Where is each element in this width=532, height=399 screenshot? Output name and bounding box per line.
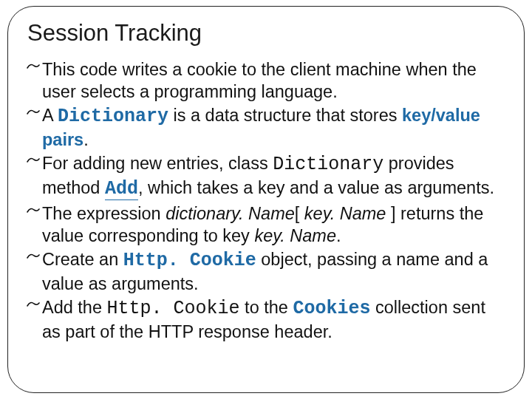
text-run: Add the xyxy=(42,298,107,317)
slide-title: Session Tracking xyxy=(27,20,506,47)
dictionary-code: Dictionary xyxy=(273,154,383,175)
bullet-icon xyxy=(26,104,41,126)
expr-keyname: key. Name xyxy=(254,226,336,245)
bullet-text: Add the Http. Cookie to the Cookies coll… xyxy=(42,296,506,343)
bullet-item: A Dictionary is a data structure that st… xyxy=(26,104,506,151)
bullet-text: The expression dictionary. Name[ key. Na… xyxy=(42,202,506,247)
expr-keyname: key. Name xyxy=(304,204,386,223)
text-run: [ xyxy=(295,204,304,223)
httpcookie-code: Cookie xyxy=(190,250,256,271)
bullet-icon xyxy=(26,58,41,80)
bullet-text: Create an Http. Cookie object, passing a… xyxy=(42,248,506,295)
bullet-item: This code writes a cookie to the client … xyxy=(26,58,506,103)
text-run: . xyxy=(83,130,89,149)
httpcookie-code: Http. xyxy=(107,298,174,319)
text-run: , which takes a key and a value as argum… xyxy=(138,178,494,197)
text-run: . xyxy=(336,226,341,245)
text-run: For adding new entries, class xyxy=(42,154,273,173)
text-run: is a data structure that stores xyxy=(168,106,402,125)
bullet-icon xyxy=(26,202,41,224)
bullet-item: Create an Http. Cookie object, passing a… xyxy=(26,248,506,295)
bullet-text: For adding new entries, class Dictionary… xyxy=(42,152,506,201)
text-run: This code writes a cookie to the client … xyxy=(42,60,477,101)
cookies-collection: Cookies xyxy=(293,298,370,319)
bullet-item: Add the Http. Cookie to the Cookies coll… xyxy=(26,296,506,343)
bullet-item: The expression dictionary. Name[ key. Na… xyxy=(26,202,506,247)
add-method: Add xyxy=(105,178,138,200)
bullet-icon xyxy=(26,152,41,174)
text-run: to the xyxy=(240,298,293,317)
expr-dictionaryname: dictionary. Name xyxy=(166,204,295,223)
bullet-icon xyxy=(26,248,41,270)
bullet-icon xyxy=(26,296,41,318)
bullet-item: For adding new entries, class Dictionary… xyxy=(26,152,506,201)
bullet-text: A Dictionary is a data structure that st… xyxy=(42,104,506,151)
text-run: The expression xyxy=(42,204,166,223)
slide-frame: Session Tracking This code writes a cook… xyxy=(7,6,525,393)
httpcookie-code: Http. xyxy=(123,250,190,271)
bullet-text: This code writes a cookie to the client … xyxy=(42,58,506,103)
dictionary-code: Dictionary xyxy=(58,106,168,127)
text-run: Create an xyxy=(42,250,123,269)
slide: Session Tracking This code writes a cook… xyxy=(0,0,532,399)
text-run: A xyxy=(42,106,58,125)
slide-content: This code writes a cookie to the client … xyxy=(26,58,506,344)
httpcookie-code: Cookie xyxy=(174,298,240,319)
